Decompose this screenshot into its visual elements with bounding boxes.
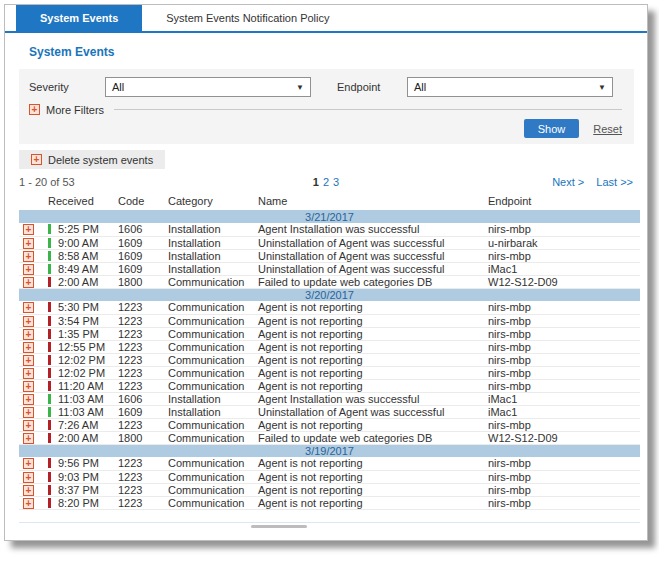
expand-row-icon[interactable]: + [23,420,34,431]
expand-row-icon[interactable]: + [23,316,34,327]
received-cell: 8:49 AM [45,262,115,275]
received-cell: 11:20 AM [45,379,115,392]
category-cell: Communication [165,379,255,392]
expand-cell: + [19,249,45,262]
severity-bar-error [48,472,51,482]
reset-link[interactable]: Reset [593,123,622,135]
expand-row-icon[interactable]: + [23,277,34,288]
pagination-page-3[interactable]: 3 [333,176,339,188]
expand-cell: + [19,314,45,327]
endpoint-select[interactable]: All ▼ [407,77,613,97]
expand-row-icon[interactable]: + [23,355,34,366]
name-cell: Agent is not reporting [255,366,485,379]
severity-bar-success [48,251,51,261]
expand-cell: + [19,223,45,236]
endpoint-cell: nirs-mbp [485,301,640,314]
endpoint-cell: nirs-mbp [485,457,640,470]
code-cell: 1609 [115,405,165,418]
event-row: +12:55 PM1223CommunicationAgent is not r… [19,340,640,353]
expand-plus-icon[interactable]: + [29,104,40,115]
event-row: +9:03 PM1223CommunicationAgent is not re… [19,470,640,483]
category-cell: Communication [165,483,255,496]
category-cell: Communication [165,314,255,327]
pagination-page-1: 1 [313,176,319,188]
tab-system-events[interactable]: System Events [16,5,142,31]
received-cell: 8:58 AM [45,249,115,262]
severity-label: Severity [29,81,105,93]
received-cell: 12:02 PM [45,353,115,366]
code-cell: 1223 [115,340,165,353]
expand-cell: + [19,470,45,483]
event-row: +3:54 PM1223CommunicationAgent is not re… [19,314,640,327]
expand-column-header [19,193,45,210]
name-cell: Agent is not reporting [255,314,485,327]
expand-row-icon[interactable]: + [23,407,34,418]
endpoint-cell: nirs-mbp [485,314,640,327]
expand-row-icon[interactable]: + [23,498,34,509]
code-cell: 1609 [115,236,165,249]
pagination-pages: 123 [19,176,633,188]
endpoint-cell: nirs-mbp [485,379,640,392]
expand-row-icon[interactable]: + [23,472,34,483]
expand-row-icon[interactable]: + [23,381,34,392]
expand-row-icon[interactable]: + [23,224,34,235]
severity-bar-error [48,342,51,352]
delete-event-icon: + [31,154,42,165]
show-button[interactable]: Show [524,119,580,138]
expand-row-icon[interactable]: + [23,251,34,262]
name-cell: Failed to update web categories DB [255,275,485,288]
category-cell: Communication [165,496,255,509]
name-cell: Agent Installation was successful [255,392,485,405]
date-separator-row: 3/19/2017 [19,444,640,457]
code-cell: 1606 [115,392,165,405]
name-cell: Agent is not reporting [255,470,485,483]
code-cell: 1223 [115,457,165,470]
expand-row-icon[interactable]: + [23,458,34,469]
expand-row-icon[interactable]: + [23,238,34,249]
more-filters-label[interactable]: More Filters [46,104,104,116]
severity-select[interactable]: All ▼ [105,77,311,97]
pagination-page-2[interactable]: 2 [323,176,329,188]
event-row: +2:00 AM1800CommunicationFailed to updat… [19,431,640,444]
received-cell: 7:26 AM [45,418,115,431]
name-cell: Uninstallation of Agent was successful [255,405,485,418]
date-separator-label: 3/20/2017 [19,288,640,301]
chevron-down-icon: ▼ [598,83,606,92]
expand-row-icon[interactable]: + [23,394,34,405]
expand-cell: + [19,301,45,314]
expand-row-icon[interactable]: + [23,368,34,379]
pagination-last-link[interactable]: Last >> [596,176,633,188]
category-cell: Installation [165,236,255,249]
severity-bar-error [48,420,51,430]
delete-system-events-button[interactable]: + Delete system events [19,150,165,169]
severity-bar-success [48,264,51,274]
received-cell: 9:56 PM [45,457,115,470]
date-separator-row: 3/21/2017 [19,210,640,223]
pagination-next-link[interactable]: Next > [552,176,584,188]
severity-bar-error [48,498,51,508]
expand-row-icon[interactable]: + [23,342,34,353]
event-row: +12:02 PM1223CommunicationAgent is not r… [19,366,640,379]
tab-system-events-notification-policy[interactable]: System Events Notification Policy [142,5,353,31]
expand-row-icon[interactable]: + [23,302,34,313]
horizontal-scrollbar-thumb[interactable] [251,525,307,528]
expand-cell: + [19,418,45,431]
event-row: +9:56 PM1223CommunicationAgent is not re… [19,457,640,470]
expand-row-icon[interactable]: + [23,433,34,444]
received-cell: 8:37 PM [45,483,115,496]
received-cell: 5:30 PM [45,301,115,314]
expand-row-icon[interactable]: + [23,485,34,496]
code-cell: 1609 [115,249,165,262]
code-cell: 1223 [115,314,165,327]
expand-row-icon[interactable]: + [23,329,34,340]
received-cell: 9:00 AM [45,236,115,249]
name-cell: Agent Installation was successful [255,223,485,236]
name-cell: Uninstallation of Agent was successful [255,236,485,249]
name-cell: Failed to update web categories DB [255,431,485,444]
name-cell: Agent is not reporting [255,379,485,392]
severity-bar-success [48,394,51,404]
expand-row-icon[interactable]: + [23,264,34,275]
received-cell: 1:35 PM [45,327,115,340]
endpoint-cell: nirs-mbp [485,327,640,340]
endpoint-cell: nirs-mbp [485,483,640,496]
